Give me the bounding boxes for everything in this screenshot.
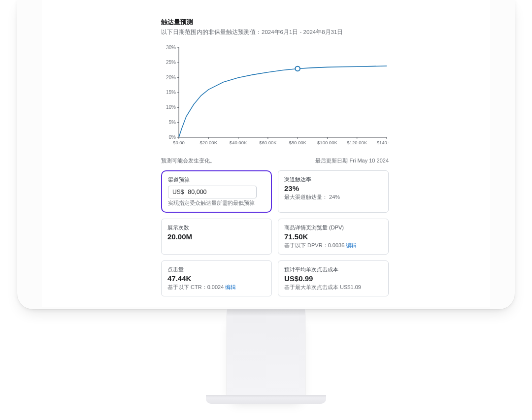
svg-text:$40.00K: $40.00K (230, 140, 247, 145)
impressions-value: 20.00M (167, 232, 266, 241)
svg-point-32 (295, 66, 300, 71)
dpv-label: 商品详情页浏览量 (DPV) (284, 224, 382, 231)
dpv-edit-link[interactable]: 编辑 (346, 242, 357, 248)
reach-value: 23% (284, 184, 382, 193)
svg-text:$80.00K: $80.00K (289, 140, 306, 145)
monitor-stem (227, 309, 305, 398)
budget-input-wrapper[interactable]: US$ (168, 186, 257, 198)
budget-hint: 实现指定受众触达量所需的最低预算 (168, 199, 265, 207)
svg-text:$60.00K: $60.00K (259, 140, 277, 145)
clicks-meta-label: 基于以下 CTR： (167, 284, 207, 290)
clicks-label: 点击量 (167, 266, 266, 273)
card-cpc: 预计平均单次点击成本 US$0.99 基于最大单次点击成本 US$1.09 (278, 260, 389, 296)
card-channel-reach: 渠道触达率 23% 最大渠道触达量： 24% (278, 170, 389, 213)
svg-text:10%: 10% (166, 104, 176, 110)
reach-label: 渠道触达率 (284, 176, 382, 183)
reach-meta-label: 最大渠道触达量： (284, 194, 328, 200)
card-clicks: 点击量 47.44K 基于以下 CTR：0.0024 编辑 (161, 260, 272, 296)
svg-text:$0.00: $0.00 (173, 140, 185, 145)
svg-text:$140.00K: $140.00K (377, 140, 389, 145)
cpc-meta: 基于最大单次点击成本 US$1.09 (284, 284, 382, 291)
clicks-value: 47.44K (167, 274, 266, 283)
svg-text:25%: 25% (166, 60, 176, 65)
dpv-meta: 基于以下 DPVR：0.0036 编辑 (284, 242, 382, 249)
monitor-screen: 触达量预测 以下日期范围内的非保量触达预测值：2024年6月1日 - 2024年… (17, 0, 515, 309)
cpc-value: US$0.99 (284, 274, 382, 283)
dpv-value: 71.50K (284, 232, 382, 241)
clicks-edit-link[interactable]: 编辑 (225, 284, 236, 290)
forecast-disclaimer: 预测可能会发生变化。 (161, 157, 215, 164)
content-panel: 触达量预测 以下日期范围内的非保量触达预测值：2024年6月1日 - 2024年… (42, 0, 490, 307)
svg-text:5%: 5% (169, 120, 176, 125)
budget-input[interactable] (188, 189, 252, 195)
clicks-meta-value: 0.0024 (207, 284, 224, 290)
dpv-meta-value: 0.0036 (328, 242, 345, 248)
page-title: 触达量预测 (161, 18, 389, 27)
reach-meta: 最大渠道触达量： 24% (284, 194, 382, 201)
metric-cards: 渠道预算 US$ 实现指定受众触达量所需的最低预算 渠道触达率 23% 最大渠道… (161, 170, 389, 296)
svg-text:15%: 15% (166, 90, 176, 95)
last-updated-value: Fri May 10 2024 (350, 158, 389, 163)
svg-text:30%: 30% (166, 45, 176, 50)
card-impressions: 展示次数 20.00M (161, 219, 272, 255)
reach-meta-value: 24% (329, 194, 340, 200)
chart-svg: 0%5%10%15%20%25%30%$0.00$20.00K$40.00K$6… (161, 45, 389, 148)
svg-text:$120.00K: $120.00K (347, 140, 367, 145)
cpc-meta-value: US$1.09 (340, 284, 361, 290)
svg-text:20%: 20% (166, 75, 176, 80)
subtitle-prefix: 以下日期范围内的非保量触达预测值： (161, 29, 262, 35)
svg-text:$20.00K: $20.00K (200, 140, 218, 145)
dpv-meta-label: 基于以下 DPVR： (284, 242, 328, 248)
clicks-meta: 基于以下 CTR：0.0024 编辑 (167, 284, 266, 291)
subtitle-dates: 2024年6月1日 - 2024年8月31日 (262, 29, 343, 35)
svg-text:0%: 0% (169, 134, 176, 140)
last-updated-label: 最后更新日期 (315, 158, 348, 163)
impressions-label: 展示次数 (167, 224, 266, 231)
last-updated: 最后更新日期 Fri May 10 2024 (315, 157, 389, 164)
card-channel-budget: 渠道预算 US$ 实现指定受众触达量所需的最低预算 (161, 170, 272, 213)
cpc-meta-label: 基于最大单次点击成本 (284, 284, 338, 290)
svg-text:$100.00K: $100.00K (317, 140, 337, 145)
monitor-base (206, 395, 326, 404)
reach-forecast-chart: 0%5%10%15%20%25%30%$0.00$20.00K$40.00K$6… (161, 45, 389, 143)
cpc-label: 预计平均单次点击成本 (284, 266, 382, 273)
page-subtitle: 以下日期范围内的非保量触达预测值：2024年6月1日 - 2024年8月31日 (161, 29, 389, 36)
budget-label: 渠道预算 (168, 176, 265, 184)
card-dpv: 商品详情页浏览量 (DPV) 71.50K 基于以下 DPVR：0.0036 编… (278, 219, 389, 255)
budget-currency-prefix: US$ (172, 189, 184, 195)
